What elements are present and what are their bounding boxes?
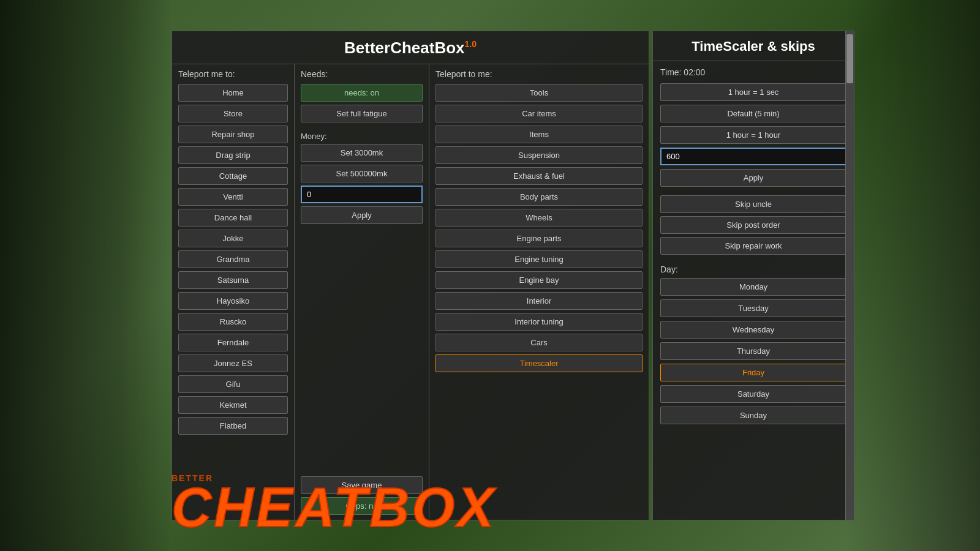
teleportme-suspension[interactable]: Suspension xyxy=(435,146,643,164)
teleport-ferndale[interactable]: Ferndale xyxy=(178,334,288,351)
needs-toggle-button[interactable]: needs: on xyxy=(301,84,423,102)
teleportme-exhaust-fuel[interactable]: Exhaust & fuel xyxy=(435,167,643,185)
skip-uncle-button[interactable]: Skip uncle xyxy=(660,195,846,213)
teleport-flatbed[interactable]: Flatbed xyxy=(178,417,288,435)
teleportme-engine-parts[interactable]: Engine parts xyxy=(435,230,643,247)
teleport-store[interactable]: Store xyxy=(178,105,288,122)
needs-column: Needs: needs: on Set full fatigue Money:… xyxy=(295,64,429,520)
teleportme-column: Teleport to me: Tools Car items Items Su… xyxy=(429,64,649,520)
teleportme-interior[interactable]: Interior xyxy=(435,292,643,310)
main-panel: BetterCheatBox1.0 Teleport me to: Home S… xyxy=(172,31,649,520)
cops-toggle-button[interactable]: Cops: no xyxy=(301,497,423,515)
day-friday[interactable]: Friday xyxy=(660,364,846,381)
teleport-ruscko[interactable]: Ruscko xyxy=(178,313,288,331)
teleport-dance-hall[interactable]: Dance hall xyxy=(178,209,288,227)
btn-1hour-1hour: 1 hour = 1 hour xyxy=(660,126,846,144)
set-500000-button[interactable]: Set 500000mk xyxy=(301,165,423,182)
skip-repair-work-button[interactable]: Skip repair work xyxy=(660,237,846,255)
teleport-label: Teleport me to: xyxy=(178,69,288,79)
teleportme-interior-tuning[interactable]: Interior tuning xyxy=(435,313,643,331)
day-saturday[interactable]: Saturday xyxy=(660,385,846,403)
teleport-column: Teleport me to: Home Store Repair shop D… xyxy=(172,64,295,520)
teleportme-items[interactable]: Items xyxy=(435,126,643,143)
set-fatigue-button[interactable]: Set full fatigue xyxy=(301,105,423,122)
teleport-satsuma[interactable]: Satsuma xyxy=(178,271,288,289)
timescaler-title: TimeScaler & skips xyxy=(653,31,854,61)
day-sunday[interactable]: Sunday xyxy=(660,407,846,424)
teleportme-timescaler[interactable]: Timescaler xyxy=(435,354,643,372)
teleportme-cars[interactable]: Cars xyxy=(435,334,643,351)
teleport-kekmet[interactable]: Kekmet xyxy=(178,396,288,414)
money-label: Money: xyxy=(301,132,423,141)
skip-post-order-button[interactable]: Skip post order xyxy=(660,216,846,234)
save-game-button[interactable]: Save game xyxy=(301,476,423,494)
teleport-gifu[interactable]: Gifu xyxy=(178,375,288,393)
day-tuesday[interactable]: Tuesday xyxy=(660,299,846,317)
day-wednesday[interactable]: Wednesday xyxy=(660,321,846,339)
day-monday[interactable]: Monday xyxy=(660,278,846,296)
teleport-ventti[interactable]: Ventti xyxy=(178,188,288,206)
app-title: BetterCheatBox xyxy=(344,39,465,57)
timescaler-content: Time: 02:00 1 hour = 1 sec Default (5 mi… xyxy=(653,61,854,520)
main-title: BetterCheatBox1.0 xyxy=(172,31,649,64)
teleport-home[interactable]: Home xyxy=(178,84,288,102)
btn-default[interactable]: Default (5 min) xyxy=(660,105,846,122)
btn-1hour-1sec[interactable]: 1 hour = 1 sec xyxy=(660,83,846,101)
set-3000-button[interactable]: Set 3000mk xyxy=(301,144,423,162)
teleport-grandma[interactable]: Grandma xyxy=(178,250,288,268)
teleport-hayosiko[interactable]: Hayosiko xyxy=(178,292,288,310)
day-thursday[interactable]: Thursday xyxy=(660,342,846,360)
money-input[interactable] xyxy=(301,186,423,203)
needs-label: Needs: xyxy=(301,69,423,79)
teleportme-car-items[interactable]: Car items xyxy=(435,105,643,122)
teleport-drag-strip[interactable]: Drag strip xyxy=(178,146,288,164)
scrollbar-thumb[interactable] xyxy=(846,34,853,83)
teleport-jonnez-es[interactable]: Jonnez ES xyxy=(178,354,288,372)
teleport-repair-shop[interactable]: Repair shop xyxy=(178,126,288,143)
app-version: 1.0 xyxy=(465,39,477,49)
teleportme-tools[interactable]: Tools xyxy=(435,84,643,102)
teleportme-engine-bay[interactable]: Engine bay xyxy=(435,271,643,289)
day-label: Day: xyxy=(660,264,846,274)
timescaler-apply-button[interactable]: Apply xyxy=(660,169,846,187)
teleport-jokke[interactable]: Jokke xyxy=(178,230,288,247)
timescaler-panel: TimeScaler & skips Time: 02:00 1 hour = … xyxy=(652,31,854,520)
timescaler-custom-input[interactable] xyxy=(660,148,846,165)
teleportme-body-parts[interactable]: Body parts xyxy=(435,188,643,206)
time-display: Time: 02:00 xyxy=(660,67,846,77)
teleportme-engine-tuning[interactable]: Engine tuning xyxy=(435,250,643,268)
scrollbar[interactable] xyxy=(845,31,854,520)
teleport-cottage[interactable]: Cottage xyxy=(178,167,288,185)
teleportme-label: Teleport to me: xyxy=(435,69,643,79)
teleportme-wheels[interactable]: Wheels xyxy=(435,209,643,227)
money-apply-button[interactable]: Apply xyxy=(301,206,423,224)
